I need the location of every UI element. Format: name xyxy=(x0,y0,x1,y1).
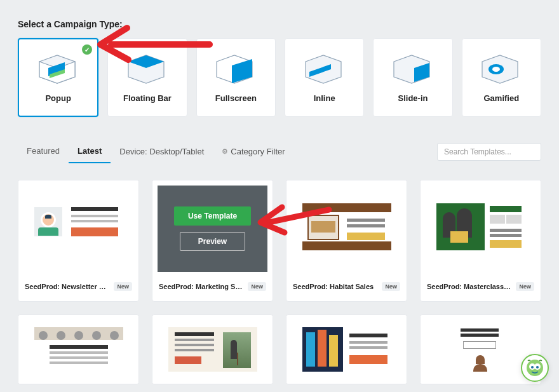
campaign-type-fullscreen[interactable]: Fullscreen xyxy=(196,38,276,117)
use-template-button[interactable]: Use Template xyxy=(174,206,251,226)
template-thumbnail xyxy=(152,315,273,384)
tab-featured[interactable]: Featured xyxy=(18,140,69,163)
campaign-type-slide-in[interactable]: Slide-in xyxy=(373,38,452,117)
template-card-marketing-squeeze[interactable]: Use Template Preview SeedProd: Marketing… xyxy=(152,180,273,302)
badge-new: New xyxy=(516,282,534,291)
category-filter-label: Category Filter xyxy=(231,147,285,156)
badge-new: New xyxy=(248,282,266,291)
campaign-type-label: Slide-in xyxy=(398,93,428,103)
gamified-icon xyxy=(480,53,523,88)
campaign-type-floating-bar[interactable]: Floating Bar xyxy=(107,38,187,117)
template-card-partial-2[interactable] xyxy=(152,314,273,384)
slidein-icon xyxy=(391,53,434,88)
inline-icon xyxy=(303,53,346,88)
campaign-type-popup[interactable]: ✓ Popup xyxy=(18,38,98,117)
badge-new: New xyxy=(382,282,400,291)
template-title: SeedProd: Habitat Sales xyxy=(293,283,374,290)
svg-point-19 xyxy=(536,366,539,368)
template-title: SeedProd: Marketing Squeeze xyxy=(159,283,244,290)
campaign-type-inline[interactable]: Inline xyxy=(285,38,364,117)
template-thumbnail: Use Template Preview xyxy=(152,180,273,277)
template-grid-row-2 xyxy=(18,314,541,384)
preview-button[interactable]: Preview xyxy=(180,232,245,251)
template-thumbnail xyxy=(421,180,541,277)
svg-point-18 xyxy=(531,366,534,368)
search-input[interactable] xyxy=(437,143,541,161)
template-thumbnail xyxy=(286,315,407,384)
gear-icon: ⚙ xyxy=(222,147,228,156)
fullscreen-icon xyxy=(214,53,257,88)
campaign-type-label: Fullscreen xyxy=(215,93,257,103)
campaign-type-label: Floating Bar xyxy=(123,93,172,103)
device-filter-label: Device: Desktop/Tablet xyxy=(119,147,204,156)
template-card-habitat-sales[interactable]: SeedProd: Habitat Sales New xyxy=(286,180,407,302)
mascot-icon xyxy=(525,358,544,377)
campaign-type-label: Gamified xyxy=(483,93,519,103)
template-title: SeedProd: Newsletter Squeeze xyxy=(25,283,110,290)
template-thumbnail xyxy=(18,315,138,384)
device-filter[interactable]: Device: Desktop/Tablet xyxy=(111,140,213,163)
template-thumbnail xyxy=(286,180,407,277)
template-thumbnail xyxy=(18,180,138,277)
campaign-type-label: Popup xyxy=(45,93,71,103)
template-title: SeedProd: Masterclass Sales xyxy=(427,283,512,290)
category-filter[interactable]: ⚙ Category Filter xyxy=(213,140,293,163)
check-icon: ✓ xyxy=(82,44,92,55)
floating-bar-icon xyxy=(126,53,169,88)
template-card-partial-3[interactable] xyxy=(286,314,407,384)
campaign-type-label: Inline xyxy=(314,93,335,103)
tab-latest[interactable]: Latest xyxy=(69,140,111,163)
svg-point-14 xyxy=(492,67,500,72)
campaign-types-row: ✓ Popup xyxy=(18,38,541,117)
template-grid: SeedProd: Newsletter Squeeze New Use Tem… xyxy=(18,180,541,302)
section-title: Select a Campaign Type: xyxy=(18,19,541,29)
badge-new: New xyxy=(114,282,132,291)
window-popup-icon xyxy=(37,53,80,88)
filter-bar: Featured Latest Device: Desktop/Tablet ⚙… xyxy=(18,140,541,163)
template-card-newsletter-squeeze[interactable]: SeedProd: Newsletter Squeeze New xyxy=(18,180,139,302)
template-card-masterclass-sales[interactable]: SeedProd: Masterclass Sales New xyxy=(420,180,541,302)
campaign-type-gamified[interactable]: Gamified xyxy=(462,38,541,117)
template-hover-overlay: Use Template Preview xyxy=(158,186,267,272)
template-card-partial-1[interactable] xyxy=(18,314,139,384)
help-mascot-button[interactable] xyxy=(521,354,549,382)
